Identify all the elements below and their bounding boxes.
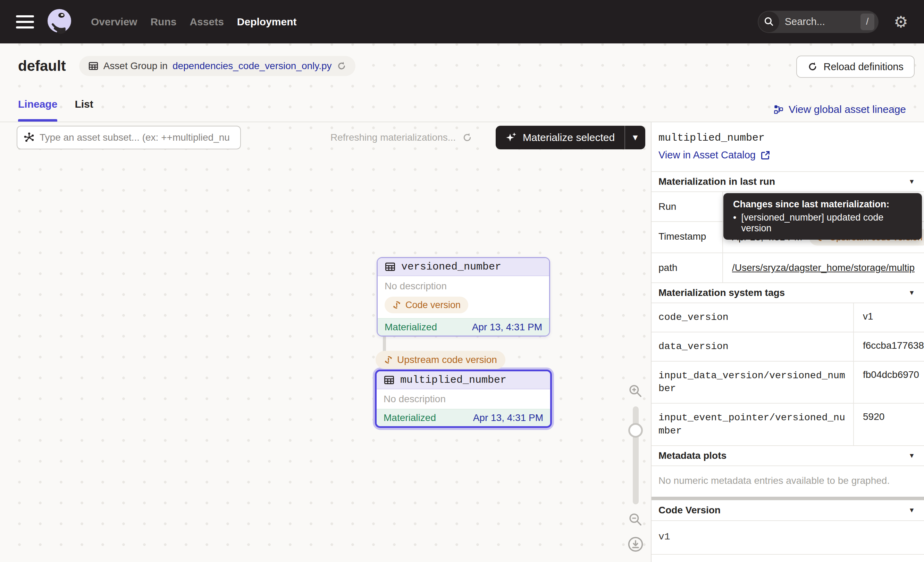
asset-group-badge: Asset Group in dependencies_code_version… bbox=[79, 56, 356, 76]
tooltip-title: Changes since last materialization: bbox=[733, 199, 912, 210]
section-code-version[interactable]: Code Version ▼ bbox=[651, 500, 924, 520]
global-lineage-icon bbox=[774, 105, 783, 114]
view-in-asset-catalog-link[interactable]: View in Asset Catalog bbox=[658, 149, 917, 161]
materialized-time[interactable]: Apr 13, 4:31 PM bbox=[473, 412, 543, 424]
table-icon bbox=[88, 61, 99, 71]
section-label: Code Version bbox=[658, 505, 721, 516]
node-body: No description Code version bbox=[378, 276, 549, 318]
path-link[interactable]: /Users/sryza/dagster_home/storage/multip bbox=[732, 262, 915, 273]
asset-subset-filter[interactable] bbox=[16, 126, 241, 149]
global-lineage-label: View global asset lineage bbox=[789, 104, 906, 115]
section-materialization-last-run[interactable]: Materialization in last run ▼ bbox=[651, 171, 924, 191]
zoom-out-icon[interactable] bbox=[628, 512, 643, 527]
nav-item-deployment[interactable]: Deployment bbox=[236, 13, 297, 30]
nav-item-runs[interactable]: Runs bbox=[150, 13, 177, 30]
collapse-caret-icon[interactable]: ▼ bbox=[908, 506, 915, 514]
system-tag-row: data_version f6ccba177638 bbox=[651, 332, 924, 361]
tag-key: input_data_version/versioned_number bbox=[651, 362, 854, 403]
definitions-file-link[interactable]: dependencies_code_version_only.py bbox=[172, 60, 332, 72]
global-search[interactable]: / bbox=[758, 11, 879, 33]
section-label: Materialization system tags bbox=[658, 287, 785, 298]
section-label: Metadata plots bbox=[658, 450, 726, 461]
zoom-in-icon[interactable] bbox=[628, 383, 643, 399]
search-icon bbox=[758, 12, 779, 32]
asset-name: versioned_number bbox=[401, 261, 501, 273]
badge-prefix: Asset Group in bbox=[104, 60, 168, 72]
collapse-caret-icon[interactable]: ▼ bbox=[908, 452, 915, 460]
zoom-slider-handle[interactable] bbox=[628, 423, 643, 438]
asset-node-multiplied-number[interactable]: multiplied_number No description Materia… bbox=[373, 368, 554, 430]
tag-key: input_event_pointer/versioned_number bbox=[651, 404, 854, 445]
download-image-icon[interactable] bbox=[628, 536, 644, 552]
sparkle-icon bbox=[506, 132, 517, 143]
tag-value: v1 bbox=[854, 303, 924, 332]
tag-value: fb04dcb6970 bbox=[854, 362, 924, 403]
nav-right: / ⚙ bbox=[758, 11, 908, 33]
node-description: No description bbox=[384, 394, 543, 405]
tag-key: data_version bbox=[651, 332, 854, 361]
section-materialization-system-tags[interactable]: Materialization system tags ▼ bbox=[651, 283, 924, 302]
system-tag-row: input_data_version/versioned_number fb04… bbox=[651, 361, 924, 403]
node-body: No description bbox=[376, 389, 550, 409]
top-nav: Overview Runs Assets Deployment / ⚙ bbox=[0, 0, 924, 44]
zoom-slider[interactable] bbox=[633, 406, 639, 504]
changes-tooltip: Changes since last materialization: • [v… bbox=[723, 193, 922, 240]
materialize-label: Materialize selected bbox=[523, 132, 615, 143]
code-version-value: v1 bbox=[651, 520, 924, 554]
collapse-caret-icon[interactable]: ▼ bbox=[908, 289, 915, 297]
upstream-code-version-label: Upstream code version bbox=[397, 354, 497, 365]
materialized-time[interactable]: Apr 13, 4:31 PM bbox=[472, 322, 542, 333]
catalog-link-label: View in Asset Catalog bbox=[658, 149, 756, 161]
reload-definitions-button[interactable]: Reload definitions bbox=[796, 56, 915, 78]
section-label: Materialization in last run bbox=[658, 176, 775, 187]
timestamp-label: Timestamp bbox=[651, 222, 723, 252]
asset-node-versioned-number[interactable]: versioned_number No description C bbox=[376, 257, 550, 337]
node-footer: Materialized Apr 13, 4:31 PM bbox=[376, 409, 550, 426]
panel-asset-title: multiplied_number bbox=[651, 122, 924, 144]
dagster-logo[interactable] bbox=[46, 8, 73, 35]
node-header: multiplied_number bbox=[376, 371, 550, 389]
node-description: No description bbox=[385, 281, 542, 292]
nav-item-assets[interactable]: Assets bbox=[189, 13, 224, 30]
materialize-selected-button[interactable]: Materialize selected ▼ bbox=[496, 126, 645, 149]
asset-subset-input[interactable] bbox=[40, 132, 234, 143]
zoom-controls bbox=[628, 383, 643, 552]
asset-name: multiplied_number bbox=[400, 374, 506, 386]
materialized-status: Materialized bbox=[385, 322, 437, 333]
dagster-app: Overview Runs Assets Deployment / ⚙ defa… bbox=[0, 0, 924, 562]
panel-resize-handle[interactable] bbox=[651, 497, 924, 500]
refresh-icon[interactable] bbox=[462, 132, 472, 143]
settings-gear-icon[interactable]: ⚙ bbox=[894, 14, 908, 30]
system-tag-row: code_version v1 bbox=[651, 302, 924, 332]
upstream-code-version-tag: Upstream code version bbox=[376, 351, 506, 369]
nav-item-overview[interactable]: Overview bbox=[90, 13, 138, 30]
code-version-tag: Code version bbox=[385, 297, 468, 313]
search-input[interactable] bbox=[779, 16, 861, 27]
path-label: path bbox=[651, 253, 723, 283]
search-shortcut-badge: / bbox=[861, 14, 874, 30]
tag-value: 5920 bbox=[854, 404, 924, 445]
metadata-plots-empty-state: No numeric metadata entries available to… bbox=[651, 466, 924, 497]
nav-links: Overview Runs Assets Deployment bbox=[90, 13, 297, 30]
tab-list[interactable]: List bbox=[75, 89, 93, 122]
view-global-asset-lineage-link[interactable]: View global asset lineage bbox=[774, 89, 906, 122]
content: Refreshing materializations... Materiali… bbox=[0, 122, 924, 562]
table-icon bbox=[385, 261, 396, 272]
table-icon bbox=[384, 374, 394, 386]
section-metadata-plots[interactable]: Metadata plots ▼ bbox=[651, 445, 924, 466]
node-footer: Materialized Apr 13, 4:31 PM bbox=[378, 318, 549, 335]
op-selector-icon bbox=[24, 132, 35, 143]
tag-key: code_version bbox=[651, 303, 854, 332]
page-header: default Asset Group in dependencies_code… bbox=[0, 44, 924, 89]
materialize-dropdown-caret[interactable]: ▼ bbox=[625, 126, 645, 149]
collapse-caret-icon[interactable]: ▼ bbox=[908, 178, 915, 185]
menu-icon[interactable] bbox=[16, 15, 34, 29]
section-config[interactable]: Config bbox=[651, 554, 924, 562]
materialize-main[interactable]: Materialize selected bbox=[496, 126, 624, 149]
page-title: default bbox=[18, 58, 66, 74]
tag-value: f6ccba177638 bbox=[854, 332, 924, 361]
asset-graph[interactable]: Refreshing materializations... Materiali… bbox=[0, 122, 651, 562]
tab-lineage[interactable]: Lineage bbox=[18, 89, 57, 122]
path-row: path /Users/sryza/dagster_home/storage/m… bbox=[651, 252, 924, 283]
reload-icon[interactable] bbox=[337, 61, 346, 71]
